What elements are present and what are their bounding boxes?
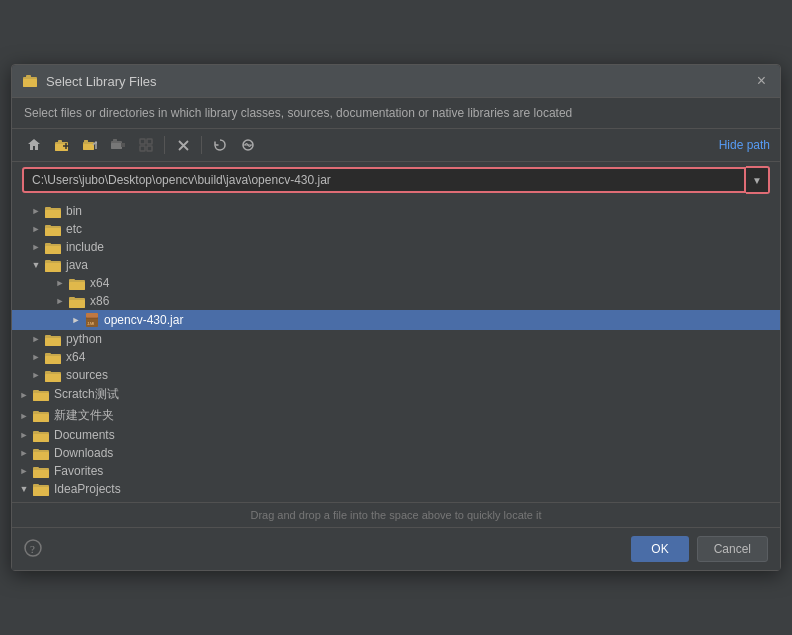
select-library-dialog: Select Library Files × Select files or d…: [11, 64, 781, 571]
tree-item-x64-2[interactable]: ► x64: [12, 348, 780, 366]
svg-rect-65: [33, 470, 49, 478]
footer: ? OK Cancel: [12, 527, 780, 570]
tree-item-x64[interactable]: ► x64: [12, 274, 780, 292]
path-bar: ▼: [22, 166, 770, 194]
toolbar-separator-2: [201, 136, 202, 154]
svg-rect-40: [86, 313, 98, 318]
svg-rect-48: [45, 353, 51, 356]
tree-item-java[interactable]: ▼ java: [12, 256, 780, 274]
cancel-button[interactable]: Cancel: [697, 536, 768, 562]
title-bar-left: Select Library Files: [22, 73, 157, 89]
folder-icon-newdir: [32, 409, 50, 423]
tree-label-ideaprojects: IdeaProjects: [54, 482, 121, 496]
svg-rect-9: [83, 144, 94, 150]
tree-item-favorites[interactable]: ► Favorites: [12, 462, 780, 480]
expand-button[interactable]: [134, 133, 158, 157]
svg-text:?: ?: [30, 543, 35, 555]
dialog-subtitle: Select files or directories in which lib…: [12, 98, 780, 129]
folder-up-button[interactable]: [78, 133, 102, 157]
home-button[interactable]: [22, 133, 46, 157]
folder-icon-x64-2: [44, 350, 62, 364]
tree-item-include[interactable]: ► include: [12, 238, 780, 256]
svg-rect-18: [147, 146, 152, 151]
folder-icon-x64: [68, 276, 86, 290]
jar-icon: JAR: [84, 312, 100, 328]
svg-rect-13: [111, 143, 122, 149]
folder-icon-documents: [32, 428, 50, 442]
dialog-title: Select Library Files: [46, 74, 157, 89]
svg-rect-34: [69, 282, 85, 290]
svg-rect-69: [33, 484, 39, 487]
tree-item-etc[interactable]: ► etc: [12, 220, 780, 238]
tree-label-sources: sources: [66, 368, 108, 382]
svg-rect-45: [45, 335, 51, 338]
folder-icon-ideaprojects: [32, 482, 50, 496]
tree-arrow-java: ▼: [28, 260, 44, 270]
footer-buttons: OK Cancel: [631, 536, 768, 562]
tree-arrow-python: ►: [28, 334, 44, 344]
svg-rect-59: [33, 434, 49, 442]
toolbar: Hide path: [12, 129, 780, 162]
folder-icon-bin: [44, 204, 62, 218]
tree-item-documents[interactable]: ► Documents: [12, 426, 780, 444]
svg-rect-15: [140, 139, 145, 144]
svg-rect-37: [69, 300, 85, 308]
tree-item-bin[interactable]: ► bin: [12, 202, 780, 220]
tree-arrow-ideaprojects: ▼: [16, 484, 32, 494]
svg-rect-56: [33, 414, 49, 422]
svg-rect-47: [45, 356, 61, 364]
toolbar-separator: [164, 136, 165, 154]
folder-icon-sources: [44, 368, 62, 382]
tree-item-downloads[interactable]: ► Downloads: [12, 444, 780, 462]
tree-item-x86[interactable]: ► x86: [12, 292, 780, 310]
tree-label-scratch: Scratch测试: [54, 386, 119, 403]
svg-rect-57: [33, 411, 39, 414]
tree-arrow-documents: ►: [16, 430, 32, 440]
tree-arrow-etc: ►: [28, 224, 44, 234]
svg-rect-28: [45, 246, 61, 254]
svg-rect-25: [45, 228, 61, 236]
tree-item-opencv-jar[interactable]: ► JAR opencv-430.jar: [12, 310, 780, 330]
tree-label-downloads: Downloads: [54, 446, 113, 460]
tree-item-ideaprojects[interactable]: ▼ IdeaProjects: [12, 480, 780, 498]
tree-item-scratch[interactable]: ► Scratch测试: [12, 384, 780, 405]
svg-rect-16: [147, 139, 152, 144]
folder-icon-java: [44, 258, 62, 272]
svg-rect-35: [69, 279, 75, 282]
tree-label-bin: bin: [66, 204, 82, 218]
ok-button[interactable]: OK: [631, 536, 688, 562]
delete-button[interactable]: [171, 133, 195, 157]
svg-text:JAR: JAR: [87, 321, 95, 326]
nav-button[interactable]: [106, 133, 130, 157]
tree-label-opencv-jar: opencv-430.jar: [104, 313, 183, 327]
refresh-button[interactable]: [208, 133, 232, 157]
tree-label-x64: x64: [90, 276, 109, 290]
tree-label-python: python: [66, 332, 102, 346]
tree-arrow-include: ►: [28, 242, 44, 252]
new-folder-button[interactable]: [50, 133, 74, 157]
link-button[interactable]: [236, 133, 260, 157]
svg-rect-1: [23, 79, 37, 87]
hide-path-link[interactable]: Hide path: [719, 138, 770, 152]
tree-label-x64-2: x64: [66, 350, 85, 364]
tree-item-newdir[interactable]: ► 新建文件夹: [12, 405, 780, 426]
tree-arrow-newdir: ►: [16, 411, 32, 421]
tree-label-etc: etc: [66, 222, 82, 236]
close-button[interactable]: ×: [753, 71, 770, 91]
svg-rect-60: [33, 431, 39, 434]
svg-rect-14: [113, 139, 117, 142]
tree-arrow-bin: ►: [28, 206, 44, 216]
folder-icon-etc: [44, 222, 62, 236]
path-input[interactable]: [22, 167, 746, 193]
svg-rect-51: [45, 371, 51, 374]
file-tree[interactable]: ► bin ► etc ► include ▼: [12, 198, 780, 502]
tree-arrow-scratch: ►: [16, 390, 32, 400]
svg-rect-17: [140, 146, 145, 151]
help-icon[interactable]: ?: [24, 539, 42, 560]
tree-arrow-downloads: ►: [16, 448, 32, 458]
tree-item-sources[interactable]: ► sources: [12, 366, 780, 384]
tree-item-python[interactable]: ► python: [12, 330, 780, 348]
svg-rect-66: [33, 467, 39, 470]
path-dropdown-btn[interactable]: ▼: [746, 166, 770, 194]
svg-rect-2: [26, 75, 31, 79]
